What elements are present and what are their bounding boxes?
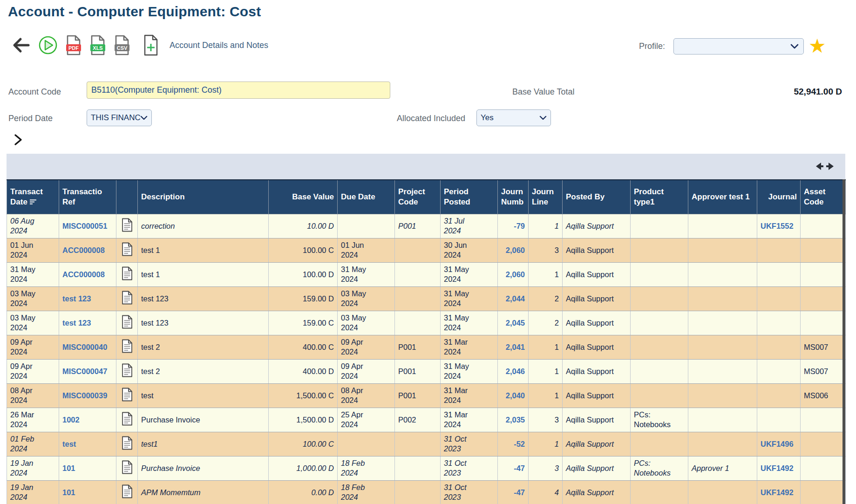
table-cell-journal_number[interactable]: -47 [498,480,529,504]
column-header-doc[interactable] [116,180,138,214]
table-cell-journal_number[interactable]: 2,046 [498,359,529,383]
pdf-export-icon[interactable]: PDF [65,34,82,56]
table-cell-journal[interactable]: UKF1552 [757,214,801,238]
table-cell-transaction_ref[interactable]: MISC000040 [59,335,116,359]
column-header-asset_code[interactable]: Asset Code [801,180,846,214]
star-icon[interactable]: ★ [808,37,826,55]
table-cell-description: test 2 [138,359,269,383]
table-cell-journal[interactable]: UKF1492 [757,480,801,504]
table-cell-journal[interactable]: UKF1496 [757,432,801,456]
column-header-project_code[interactable]: Project Code [395,180,441,214]
document-icon[interactable] [122,339,133,353]
resize-columns-icon[interactable] [815,160,834,175]
table-cell-transaction_date: 31 May 2024 [7,262,59,286]
table-cell-due_date: 08 Apr 2024 [338,383,395,408]
document-icon[interactable] [122,242,133,256]
table-cell-description: test [138,383,269,408]
period-date-select[interactable]: THIS FINANCIA [87,109,152,126]
toolbar: PDF XLS CSV [11,34,268,57]
table-cell-period_posted: 31 May 2024 [441,359,498,383]
document-icon[interactable] [122,218,133,232]
column-header-due_date[interactable]: Due Date [338,180,395,214]
table-cell-product_type1 [631,238,688,262]
table-cell-description: test 123 [138,311,269,335]
column-header-journal_line[interactable]: Journ Line [529,180,563,214]
table-cell-due_date: 09 Apr 2024 [338,335,395,359]
profile-group: Profile: ★ [639,37,826,55]
table-cell-project_code [395,262,441,286]
table-cell-transaction_ref[interactable]: test 123 [59,311,116,335]
column-header-product_type1[interactable]: Product type1 [631,180,688,214]
table-cell-journal_number[interactable]: 2,040 [498,383,529,408]
table-cell-period_posted: 31 May 2024 [441,262,498,286]
table-cell-transaction_date: 01 Jun 2024 [7,238,59,262]
xls-export-icon[interactable]: XLS [89,34,106,56]
document-icon[interactable] [122,266,133,280]
document-icon[interactable] [122,291,133,305]
column-header-base_value[interactable]: Base Value [269,180,338,214]
table-cell-journal_number[interactable]: 2,041 [498,335,529,359]
table-cell-approver_test1 [688,262,757,286]
document-icon[interactable] [122,460,133,474]
table-scrollbar[interactable] [842,179,845,504]
chevron-down-icon [790,44,799,49]
column-header-approver_test1[interactable]: Approver test 1 [688,180,757,214]
table-cell-transaction_ref[interactable]: test 123 [59,286,116,311]
document-add-icon[interactable] [143,34,159,56]
table-cell-transaction_ref[interactable]: ACC000008 [59,262,116,286]
table-cell-base_value: 159.00 D [269,286,338,311]
allocated-included-select[interactable]: Yes [476,109,551,126]
table-cell-journal_number[interactable]: 2,044 [498,286,529,311]
table-cell-transaction_ref[interactable]: ACC000008 [59,238,116,262]
document-icon[interactable] [122,363,133,377]
account-details-notes-link[interactable]: Account Details and Notes [170,41,268,50]
table-cell-journal_number[interactable]: 2,060 [498,262,529,286]
column-header-description[interactable]: Description [138,180,269,214]
column-header-transaction_ref[interactable]: Transactio Ref [59,180,116,214]
run-icon[interactable] [38,35,58,55]
table-cell-approver_test1 [688,359,757,383]
document-icon[interactable] [122,484,133,498]
document-icon[interactable] [122,436,133,450]
table-cell-transaction_ref[interactable]: 101 [59,456,116,480]
table-cell-journal_number[interactable]: -79 [498,214,529,238]
table-cell-journal_number[interactable]: -52 [498,432,529,456]
account-code-input[interactable] [87,82,390,99]
table-cell-journal_number[interactable]: 2,035 [498,408,529,432]
table-cell-transaction_ref[interactable]: MISC000051 [59,214,116,238]
column-header-journal[interactable]: Journal [757,180,801,214]
profile-select[interactable] [673,38,804,54]
column-header-transaction_date[interactable]: Transact Date [7,180,59,214]
table-cell-transaction_ref[interactable]: 101 [59,480,116,504]
table-cell-product_type1: PCs: Notebooks [631,456,688,480]
table-cell-doc [116,408,138,432]
table-cell-asset_code [801,238,846,262]
table-cell-transaction_ref[interactable]: test [59,432,116,456]
table-cell-base_value: 100.00 D [269,262,338,286]
table-cell-journal_number[interactable]: 2,045 [498,311,529,335]
back-icon[interactable] [11,36,31,54]
table-cell-transaction_date: 09 Apr 2024 [7,359,59,383]
table-cell-transaction_ref[interactable]: MISC000047 [59,359,116,383]
csv-export-icon[interactable]: CSV [114,34,130,56]
table-cell-journal_line: 3 [529,238,563,262]
document-icon[interactable] [122,412,133,426]
table-cell-transaction_ref[interactable]: MISC000039 [59,383,116,408]
table-cell-journal_number[interactable]: -47 [498,456,529,480]
column-header-posted_by[interactable]: Posted By [563,180,631,214]
table-cell-journal[interactable]: UKF1492 [757,456,801,480]
table-cell-transaction_ref[interactable]: 1002 [59,408,116,432]
expand-filters-chevron-icon[interactable] [12,133,23,148]
table-cell-approver_test1 [688,383,757,408]
table-cell-journal_line: 1 [529,214,563,238]
document-icon[interactable] [122,315,133,329]
table-body: 06 Aug 2024MISC000051correction10.00 DP0… [7,214,846,504]
column-header-period_posted[interactable]: Period Posted [441,180,498,214]
document-icon[interactable] [122,388,133,402]
table-cell-doc [116,456,138,480]
table-cell-transaction_date: 19 Jan 2024 [7,456,59,480]
table-cell-journal_number[interactable]: 2,060 [498,238,529,262]
column-header-journal_number[interactable]: Journ Numb [498,180,529,214]
table-cell-posted_by: Aqilla Support [563,480,631,504]
table-cell-project_code [395,286,441,311]
